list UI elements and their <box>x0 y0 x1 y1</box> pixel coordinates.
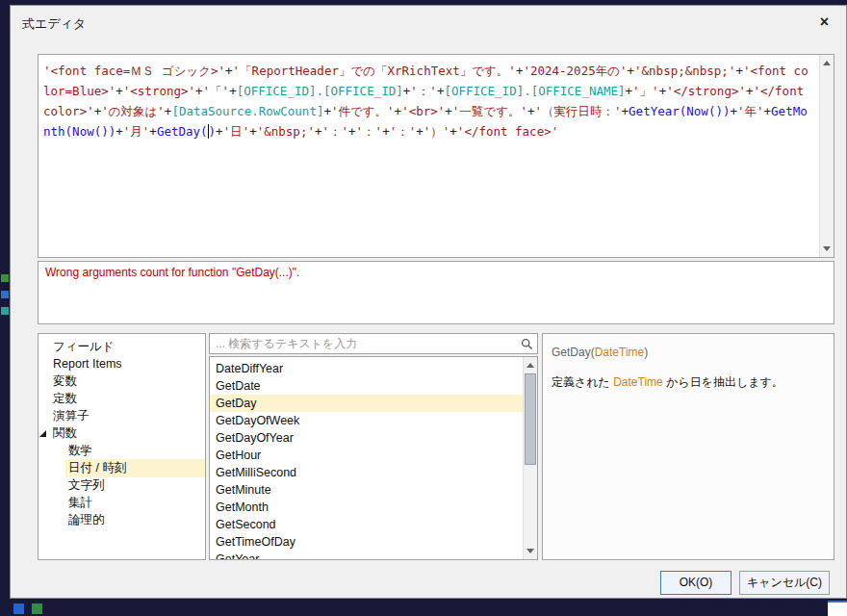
taskbar-icon <box>32 603 42 614</box>
tree-item-aggregate[interactable]: 集計 <box>38 494 205 511</box>
background-icon <box>1 274 9 282</box>
function-item-GetMonth[interactable]: GetMonth <box>210 499 523 516</box>
function-item-GetDayOfWeek[interactable]: GetDayOfWeek <box>210 412 523 429</box>
tree-item-date-time[interactable]: 日付 / 時刻 <box>38 459 205 476</box>
error-message: Wrong arguments count for function "GetD… <box>45 266 827 279</box>
tree-item-label: 変数 <box>50 372 80 391</box>
tree-item-label: 数学 <box>65 442 95 460</box>
close-icon[interactable]: × <box>820 13 829 31</box>
category-tree: フィールドReport Items変数定数演算子関数数学日付 / 時刻文字列集計… <box>38 333 206 560</box>
function-item-GetDate[interactable]: GetDate <box>210 377 523 395</box>
search-input[interactable] <box>210 334 516 353</box>
background-icon <box>1 291 9 298</box>
tree-item-report-items[interactable]: Report Items <box>38 355 205 372</box>
function-panel: DateDiffYearGetDateGetDayGetDayOfWeekGet… <box>209 333 538 560</box>
tree-item-logical[interactable]: 論理的 <box>38 511 205 528</box>
function-list-items: DateDiffYearGetDateGetDayGetDayOfWeekGet… <box>210 360 523 559</box>
dialog-titlebar[interactable]: 式エディタ × <box>11 6 846 40</box>
function-item-GetTimeOfDay[interactable]: GetTimeOfDay <box>210 533 523 551</box>
function-signature: GetDay(DateTime) <box>552 346 825 359</box>
tree-item-label: フィールド <box>50 338 117 356</box>
scroll-down-icon[interactable] <box>526 549 534 553</box>
tree-item-string[interactable]: 文字列 <box>38 476 205 494</box>
tree-item-variables[interactable]: 変数 <box>38 372 205 390</box>
scroll-up-icon[interactable] <box>526 363 534 368</box>
taskbar-icon <box>13 603 24 614</box>
scroll-up-icon[interactable] <box>823 61 831 65</box>
expression-scrollbar[interactable] <box>819 55 834 257</box>
function-item-GetSecond[interactable]: GetSecond <box>210 516 523 533</box>
tree-item-label: 論理的 <box>65 511 108 529</box>
function-item-GetMinute[interactable]: GetMinute <box>210 481 523 499</box>
function-description-text: 定義された DateTime から日を抽出します。 <box>552 374 825 391</box>
function-item-GetDayOfYear[interactable]: GetDayOfYear <box>210 429 523 447</box>
tree-item-fields[interactable]: フィールド <box>38 338 205 355</box>
search-box <box>209 333 538 354</box>
tree-item-operators[interactable]: 演算子 <box>38 407 205 424</box>
dialog-title: 式エディタ <box>22 15 86 33</box>
background-icon <box>1 307 9 315</box>
tree-item-label: 定数 <box>50 390 80 408</box>
function-list-scrollbar[interactable] <box>523 357 537 559</box>
function-item-GetYear[interactable]: GetYear <box>210 551 523 560</box>
cancel-button[interactable]: キャンセル(C) <box>739 571 830 595</box>
function-item-DateDiffYear[interactable]: DateDiffYear <box>210 360 523 377</box>
scrollbar-thumb[interactable] <box>525 373 536 465</box>
tree-item-math[interactable]: 数学 <box>38 442 205 459</box>
tree-expander-icon[interactable] <box>39 430 46 437</box>
tree-item-label: 集計 <box>65 494 95 512</box>
function-description: GetDay(DateTime) 定義された DateTime から日を抽出しま… <box>542 333 834 560</box>
function-list: DateDiffYearGetDateGetDayGetDayOfWeekGet… <box>209 356 538 560</box>
function-item-GetDay[interactable]: GetDay <box>210 395 523 412</box>
tree-item-label: 演算子 <box>50 407 92 425</box>
screen: 式エディタ × '<font face=ＭＳ ゴシック>'+'「ReportHe… <box>0 0 847 616</box>
expression-editor-dialog: 式エディタ × '<font face=ＭＳ ゴシック>'+'「ReportHe… <box>10 5 847 599</box>
error-list[interactable]: Wrong arguments count for function "GetD… <box>38 261 834 324</box>
background-window-corner <box>828 601 847 616</box>
expression-input[interactable]: '<font face=ＭＳ ゴシック>'+'「ReportHeader」での「… <box>38 54 834 258</box>
search-icon <box>521 338 533 350</box>
function-item-GetMilliSecond[interactable]: GetMilliSecond <box>210 464 523 481</box>
tree-item-functions[interactable]: 関数 <box>38 424 205 442</box>
function-item-GetHour[interactable]: GetHour <box>210 447 523 464</box>
tree-item-label: 日付 / 時刻 <box>65 459 205 477</box>
tree-item-label: 関数 <box>50 424 80 443</box>
tree-item-label: Report Items <box>50 356 125 372</box>
tree-item-constants[interactable]: 定数 <box>38 390 205 407</box>
tree-item-label: 文字列 <box>65 476 108 495</box>
expression-text: '<font face=ＭＳ ゴシック>'+'「ReportHeader」での「… <box>43 61 814 253</box>
ok-button[interactable]: OK(O) <box>660 571 732 595</box>
scroll-down-icon[interactable] <box>823 246 831 251</box>
